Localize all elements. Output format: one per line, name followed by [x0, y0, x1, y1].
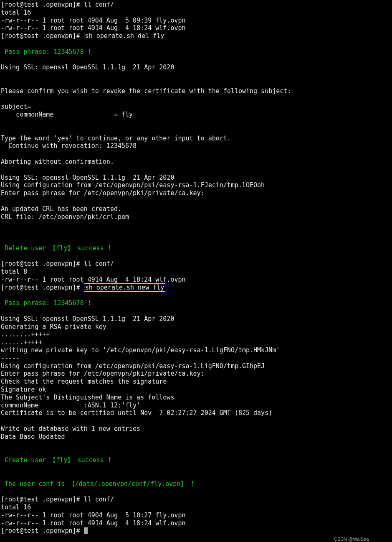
terminal-line: [root@test .openvpn]# ll conf/ — [1, 1, 391, 9]
highlighted-command: sh operate.sh del fly — [84, 32, 166, 40]
terminal-line: Pass phrase: 12345678 ! — [1, 48, 391, 56]
terminal-line: [root@test .openvpn]# — [1, 527, 391, 535]
terminal-line: total 16 — [1, 504, 391, 511]
cursor-icon — [84, 527, 88, 534]
terminal-line — [1, 291, 391, 299]
terminal-text: Type the word 'yes' to continue, or any … — [1, 135, 231, 142]
terminal-text: total 8 — [1, 268, 27, 275]
terminal-line — [1, 237, 391, 244]
terminal-line: Delete user 【fly】 success ! — [1, 244, 391, 252]
terminal-line: Using SSL: openssl OpenSSL 1.1.1g 21 Apr… — [1, 315, 391, 323]
terminal-text: [root@test .openvpn]# — [1, 527, 84, 534]
terminal-line: Using SSL: openssl OpenSSL 1.1.1g 21 Apr… — [1, 64, 391, 71]
terminal-line: Data Base Updated — [1, 433, 391, 441]
terminal-text: CRL file: /etc/openvpn/pki/crl.pem — [1, 213, 129, 221]
terminal-line: Continue with revocation: 12345678 — [1, 142, 391, 150]
terminal-line — [1, 448, 391, 456]
terminal-text: [root@test .openvpn]# ll conf/ — [1, 496, 114, 503]
terminal-text: ----- — [1, 354, 20, 362]
terminal-text: [root@test .openvpn]# ll conf/ — [1, 260, 114, 267]
terminal-line: -rw-r--r-- 1 root root 4904 Aug 5 10:27 … — [1, 511, 391, 519]
terminal-line: Using configuration from /etc/openvpn/pk… — [1, 362, 391, 370]
terminal-line — [1, 40, 391, 48]
terminal-text: [root@test .openvpn]# ll conf/ — [1, 1, 114, 8]
highlighted-command: sh operate.sh new fly — [84, 283, 166, 292]
terminal-line — [1, 229, 391, 237]
terminal-line — [1, 95, 391, 103]
terminal-line: -rw-r--r-- 1 root root 4914 Aug 4 18:24 … — [1, 276, 391, 284]
terminal-text: Using configuration from /etc/openvpn/pk… — [1, 181, 265, 189]
terminal-text: The Subject's Distinguished Name is as f… — [1, 394, 174, 401]
terminal-line: Aborting without confirmation. — [1, 158, 391, 166]
terminal-text: Check that the request matches the signa… — [1, 378, 167, 385]
terminal-line — [1, 150, 391, 158]
terminal-text: ........+++++ — [1, 331, 50, 338]
terminal-line — [1, 127, 391, 135]
terminal-line — [1, 79, 391, 87]
terminal-text: subject= — [1, 103, 31, 110]
terminal-text: Pass phrase: 12345678 ! — [1, 48, 95, 56]
terminal-text: Using SSL: openssl OpenSSL 1.1.1g 21 Apr… — [1, 315, 174, 323]
terminal-line: ......+++++ — [1, 338, 391, 346]
terminal-line: Pass phrase: 12345678 ! — [1, 299, 391, 307]
terminal-line: subject= — [1, 103, 391, 111]
terminal-line — [1, 56, 391, 64]
terminal-text: Using SSL: openssl OpenSSL 1.1.1g 21 Apr… — [1, 174, 174, 181]
terminal-text: -rw-r--r-- 1 root root 4904 Aug 5 10:27 … — [1, 511, 186, 519]
terminal-text: -rw-r--r-- 1 root root 4904 Aug 5 09:39 … — [1, 17, 186, 24]
terminal-text: Using configuration from /etc/openvpn/pk… — [1, 362, 265, 370]
terminal-line — [1, 221, 391, 229]
terminal-output[interactable]: [root@test .openvpn]# ll conf/total 16-r… — [0, 0, 392, 535]
terminal-text: Enter pass phrase for /etc/openvpn/pki/p… — [1, 370, 205, 377]
terminal-text: [root@test .openvpn]# — [1, 32, 84, 40]
terminal-line: Write out database with 1 new entries — [1, 425, 391, 433]
terminal-line — [1, 472, 391, 480]
terminal-line — [1, 166, 391, 174]
terminal-text: Signature ok — [1, 386, 46, 393]
terminal-line — [1, 197, 391, 205]
terminal-text: [root@test .openvpn]# — [1, 284, 84, 291]
terminal-line: commonName = fly — [1, 111, 391, 119]
terminal-line: [root@test .openvpn]# ll conf/ — [1, 260, 391, 268]
terminal-line: Check that the request matches the signa… — [1, 378, 391, 386]
terminal-text: The user conf is 【/data/.openvpn/conf/fl… — [1, 480, 198, 488]
terminal-line: Type the word 'yes' to continue, or any … — [1, 135, 391, 142]
terminal-line: [root@test .openvpn]# ll conf/ — [1, 496, 391, 504]
terminal-line: commonName :ASN.1 12:'fly' — [1, 402, 391, 410]
terminal-text: Using SSL: openssl OpenSSL 1.1.1g 21 Apr… — [1, 64, 174, 71]
terminal-line: total 8 — [1, 268, 391, 276]
terminal-line: CRL file: /etc/openvpn/pki/crl.pem — [1, 213, 391, 221]
terminal-line — [1, 307, 391, 315]
terminal-text: Please confirm you wish to revoke the ce… — [1, 87, 291, 95]
terminal-line — [1, 441, 391, 449]
terminal-text: -rw-r--r-- 1 root root 4914 Aug 4 18:24 … — [1, 519, 186, 527]
terminal-line: Certificate is to be certified until Nov… — [1, 409, 391, 417]
terminal-text: Delete user 【fly】 success ! — [1, 244, 115, 252]
terminal-line — [1, 119, 391, 127]
terminal-line — [1, 488, 391, 496]
terminal-line: [root@test .openvpn]# sh operate.sh del … — [1, 32, 391, 40]
terminal-text: -rw-r--r-- 1 root root 4914 Aug 4 18:24 … — [1, 24, 186, 32]
terminal-line: ----- — [1, 354, 391, 362]
terminal-text: total 16 — [1, 504, 31, 511]
terminal-text: Write out database with 1 new entries — [1, 425, 140, 433]
terminal-line: writing new private key to '/etc/openvpn… — [1, 346, 391, 354]
terminal-text: Create user 【fly】 success ! — [1, 456, 115, 464]
terminal-text: writing new private key to '/etc/openvpn… — [1, 346, 280, 354]
terminal-line: Generating a RSA private key — [1, 323, 391, 331]
terminal-text: commonName = fly — [1, 111, 133, 118]
terminal-text: Enter pass phrase for /etc/openvpn/pki/p… — [1, 189, 205, 197]
terminal-line: -rw-r--r-- 1 root root 4914 Aug 4 18:24 … — [1, 24, 391, 32]
terminal-line: Enter pass phrase for /etc/openvpn/pki/p… — [1, 370, 391, 378]
terminal-line: Using configuration from /etc/openvpn/pk… — [1, 181, 391, 189]
terminal-line: The user conf is 【/data/.openvpn/conf/fl… — [1, 480, 391, 488]
terminal-line: total 16 — [1, 9, 391, 17]
terminal-text: -rw-r--r-- 1 root root 4914 Aug 4 18:24 … — [1, 276, 186, 283]
terminal-line — [1, 71, 391, 79]
terminal-line: -rw-r--r-- 1 root root 4904 Aug 5 09:39 … — [1, 17, 391, 25]
terminal-line: -rw-r--r-- 1 root root 4914 Aug 4 18:24 … — [1, 519, 391, 527]
terminal-line — [1, 252, 391, 260]
terminal-line: The Subject's Distinguished Name is as f… — [1, 394, 391, 402]
terminal-line: Please confirm you wish to revoke the ce… — [1, 87, 391, 95]
terminal-line — [1, 417, 391, 425]
